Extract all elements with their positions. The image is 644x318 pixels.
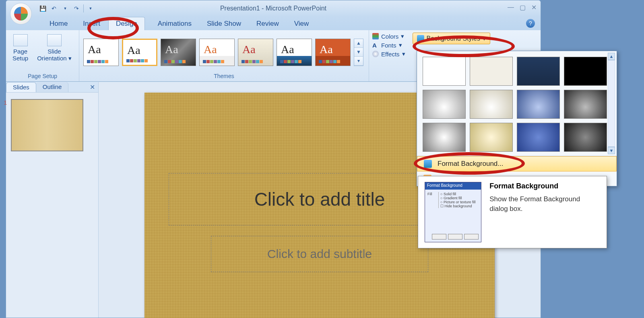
minimize-button[interactable]: —	[508, 4, 514, 11]
slide-orientation-button[interactable]: Slide Orientation ▾	[35, 33, 74, 72]
redo-icon[interactable]: ↷	[72, 4, 81, 13]
theme-thumbnail-3[interactable]: Aa	[161, 39, 196, 66]
slide-number-label: 1	[4, 99, 7, 106]
tooltip-text: Show the Format Background dialog box.	[489, 194, 600, 214]
side-panel-close-icon[interactable]: ✕	[87, 82, 98, 92]
page-setup-icon	[13, 34, 28, 46]
undo-dropdown-icon[interactable]: ▼	[61, 4, 70, 13]
theme-thumbnail-5[interactable]: Aa	[238, 39, 273, 66]
scroll-up-icon[interactable]: ▲	[608, 53, 615, 60]
tab-review[interactable]: Review	[249, 17, 286, 30]
theme-thumbnail-6[interactable]: Aa	[277, 39, 312, 66]
background-swatch-3[interactable]	[517, 57, 560, 86]
background-swatch-4[interactable]	[564, 57, 607, 86]
colors-button[interactable]: Colors ▾	[372, 33, 405, 40]
themes-scroll[interactable]: ▲▼▾	[354, 39, 363, 66]
subtitle-placeholder[interactable]: Click to add subtitle	[211, 236, 428, 272]
background-swatch-9[interactable]	[423, 123, 466, 152]
background-swatch-11[interactable]	[517, 123, 560, 152]
theme-thumbnail-7[interactable]: Aa	[315, 39, 351, 66]
title-bar: 💾 ↶ ▼ ↷ ▼ Presentation1 - Microsoft Powe…	[6, 0, 541, 17]
slide-orientation-icon	[47, 34, 62, 46]
side-tab-outline[interactable]: Outline	[36, 82, 69, 92]
quick-access-toolbar: 💾 ↶ ▼ ↷ ▼	[38, 4, 95, 13]
undo-icon[interactable]: ↶	[50, 4, 58, 13]
tab-home[interactable]: Home	[42, 17, 75, 30]
side-tab-slides[interactable]: Slides	[6, 82, 36, 92]
qat-separator	[83, 4, 84, 12]
group-theme-options: Colors ▾ AFonts ▾ Effects ▾	[369, 30, 409, 81]
background-swatch-8[interactable]	[564, 90, 607, 119]
office-button[interactable]	[10, 3, 32, 25]
background-styles-dropdown: ▲▼ Format Background... Reset Slide Back…	[417, 51, 617, 186]
tooltip-preview-image: Format Background Fill○ Solid fill○ Grad…	[425, 182, 481, 242]
background-grid: ▲▼	[417, 51, 617, 156]
background-swatch-5[interactable]	[423, 90, 466, 119]
background-styles-icon	[417, 35, 424, 42]
help-icon[interactable]: ?	[526, 19, 535, 28]
colors-icon	[372, 33, 379, 39]
close-button[interactable]: ✕	[531, 4, 537, 11]
page-setup-button[interactable]: Page Setup	[10, 33, 31, 72]
theme-thumbnail-1[interactable]: Aa	[83, 39, 119, 66]
qat-customize-icon[interactable]: ▼	[86, 4, 95, 13]
maximize-button[interactable]: ▢	[520, 4, 526, 11]
fonts-button[interactable]: AFonts ▾	[372, 41, 405, 49]
background-swatch-6[interactable]	[470, 90, 513, 119]
tooltip-title: Format Background	[489, 182, 600, 190]
effects-icon	[372, 51, 379, 57]
group-themes: AaAaAaAaAaAaAa▲▼▾ Themes	[79, 30, 369, 81]
tab-design[interactable]: Design	[108, 17, 145, 30]
scroll-down-icon[interactable]: ▼	[608, 147, 615, 154]
background-swatch-2[interactable]	[470, 57, 513, 86]
fonts-icon: A	[372, 42, 379, 49]
tab-insert[interactable]: Insert	[76, 17, 107, 30]
format-background-menu-item[interactable]: Format Background...	[417, 156, 617, 171]
group-label-page-setup: Page Setup	[10, 72, 75, 81]
format-background-tooltip: Format Background Fill○ Solid fill○ Grad…	[418, 176, 607, 248]
background-styles-button[interactable]: Background Styles ▾	[413, 33, 490, 44]
save-icon[interactable]: 💾	[38, 4, 47, 13]
theme-thumbnail-4[interactable]: Aa	[199, 39, 235, 66]
tab-slideshow[interactable]: Slide Show	[200, 17, 248, 30]
theme-thumbnail-2[interactable]: Aa	[122, 39, 157, 66]
group-label-themes: Themes	[83, 72, 365, 81]
window-controls: — ▢ ✕	[508, 4, 537, 11]
background-swatch-1[interactable]	[423, 57, 466, 86]
scroll-track[interactable]	[608, 60, 615, 147]
format-background-icon	[424, 160, 432, 168]
ribbon-tabs: Home Insert Design Animations Slide Show…	[6, 17, 541, 30]
effects-button[interactable]: Effects ▾	[372, 50, 405, 58]
slides-panel: Slides Outline ✕ 1	[6, 82, 99, 318]
window-title: Presentation1 - Microsoft PowerPoint	[220, 5, 326, 12]
background-swatch-12[interactable]	[564, 123, 607, 152]
tab-animations[interactable]: Animations	[146, 17, 199, 30]
office-logo-icon	[14, 7, 28, 21]
tab-view[interactable]: View	[287, 17, 316, 30]
background-swatch-10[interactable]	[470, 123, 513, 152]
group-page-setup: Page Setup Slide Orientation ▾ Page Setu…	[6, 30, 79, 81]
background-swatch-7[interactable]	[517, 90, 560, 119]
bg-grid-scrollbar[interactable]: ▲▼	[608, 53, 615, 154]
slide-thumbnail-1[interactable]	[11, 99, 83, 151]
side-tabs: Slides Outline ✕	[6, 82, 98, 93]
